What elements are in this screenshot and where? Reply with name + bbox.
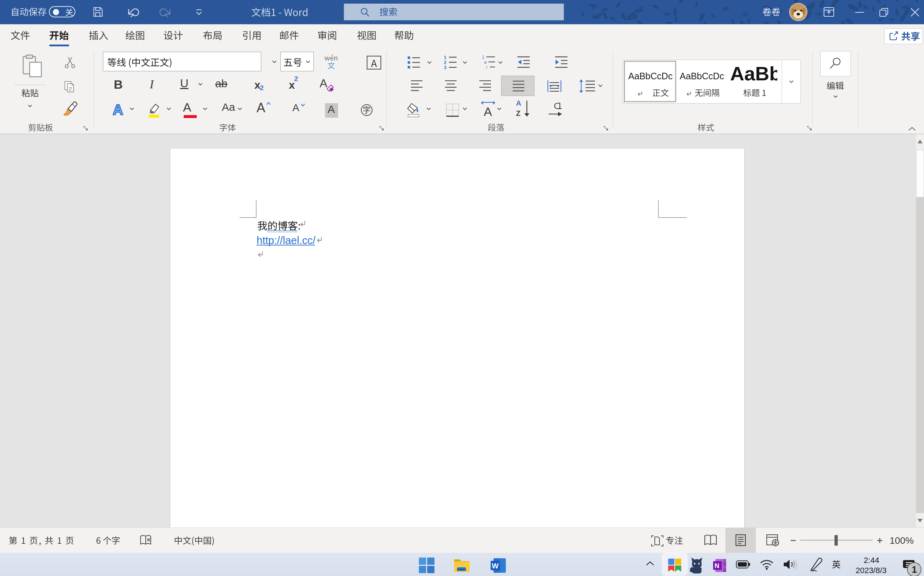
svg-text:W: W [492,562,499,570]
svg-text:1: 1 [444,55,446,60]
svg-text:Z: Z [516,109,520,117]
svg-text:3: 3 [444,65,446,69]
svg-text:a: a [484,60,487,65]
svg-text:A: A [484,105,492,117]
svg-text:1: 1 [482,55,484,60]
svg-text:2: 2 [444,60,446,65]
svg-text:1: 1 [912,564,917,575]
svg-text:A: A [516,99,521,107]
svg-text:N: N [715,562,719,570]
svg-text:i: i [486,65,488,69]
